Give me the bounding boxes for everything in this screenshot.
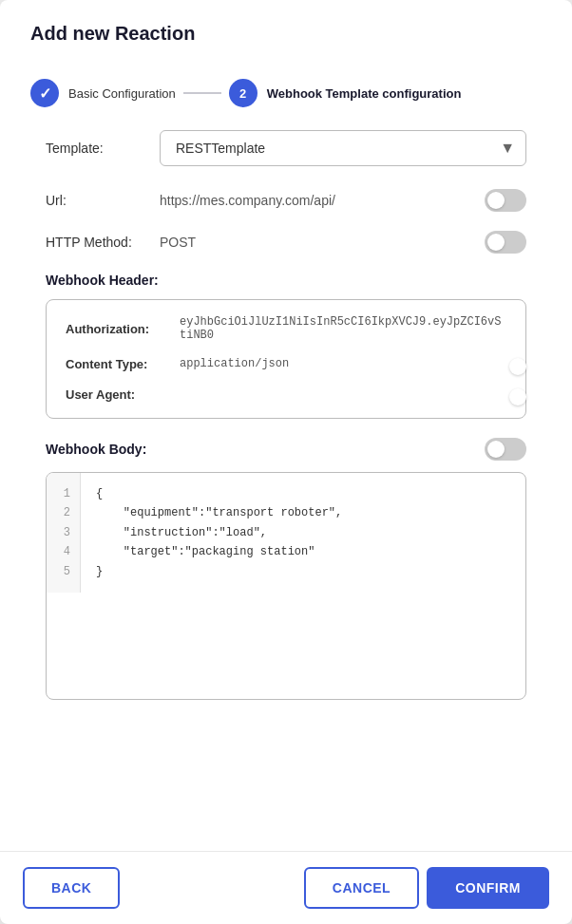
step-1: ✓ Basic Configuration: [30, 79, 176, 107]
line-num-1: 1: [56, 484, 70, 503]
template-row: Template: RESTTemplate ▼: [46, 130, 526, 166]
step-connector: [183, 92, 221, 94]
step-2-circle: 2: [229, 79, 257, 107]
dialog-body: Template: RESTTemplate ▼ Url: https://me…: [0, 130, 572, 851]
url-label: Url:: [46, 193, 160, 208]
back-button[interactable]: BACK: [23, 867, 120, 909]
cancel-button[interactable]: CANCEL: [304, 867, 419, 909]
dialog-title: Add new Reaction: [30, 23, 542, 45]
step-1-label: Basic Configuration: [68, 86, 176, 101]
dialog-header: Add new Reaction: [0, 0, 572, 60]
url-row: Url: https://mes.company.com/api/: [46, 189, 526, 212]
content-type-label: Content Type:: [66, 357, 180, 371]
authorization-label: Authorization:: [66, 322, 180, 336]
dialog-footer: BACK CANCEL CONFIRM: [0, 851, 572, 924]
confirm-button[interactable]: CONFIRM: [427, 867, 549, 909]
step-1-circle: ✓: [30, 79, 59, 107]
line-num-4: 4: [56, 542, 70, 561]
code-line-5: }: [96, 562, 510, 581]
line-num-2: 2: [56, 503, 70, 522]
step-2: 2 Webhook Template configuration: [229, 79, 462, 107]
template-select-wrapper: RESTTemplate ▼: [160, 130, 526, 166]
url-toggle[interactable]: [485, 189, 526, 212]
line-numbers: 1 2 3 4 5: [47, 473, 81, 593]
authorization-value: eyJhbGciOiJlUzI1NiIsInR5cCI6IkpXVCJ9.eyJ…: [180, 315, 506, 342]
authorization-row: Authorization: eyJhbGciOiJlUzI1NiIsInR5c…: [66, 315, 506, 342]
http-method-toggle[interactable]: [485, 231, 526, 254]
http-method-label: HTTP Method:: [46, 235, 160, 250]
url-toggle-slider: [485, 189, 526, 212]
line-num-5: 5: [56, 562, 70, 581]
webhook-header-box: Authorization: eyJhbGciOiJlUzI1NiIsInR5c…: [46, 299, 526, 419]
stepper: ✓ Basic Configuration 2 Webhook Template…: [0, 60, 572, 130]
step-2-number: 2: [239, 86, 246, 101]
http-method-toggle-slider: [485, 231, 526, 254]
http-method-row: HTTP Method: POST: [46, 231, 526, 254]
user-agent-label: User Agent:: [66, 387, 180, 402]
content-type-value: application/json: [180, 357, 506, 370]
template-select[interactable]: RESTTemplate: [160, 130, 526, 166]
template-label: Template:: [46, 141, 160, 156]
code-editor: 1 2 3 4 5 { "equipment":"transport robot…: [46, 472, 526, 700]
dialog: Add new Reaction ✓ Basic Configuration 2…: [0, 0, 572, 924]
footer-right: CANCEL CONFIRM: [304, 867, 549, 909]
webhook-body-row: Webhook Body:: [46, 438, 526, 461]
url-value: https://mes.company.com/api/: [160, 193, 485, 208]
user-agent-row: User Agent:: [66, 386, 506, 403]
code-line-1: {: [96, 484, 510, 503]
webhook-body-label: Webhook Body:: [46, 442, 485, 457]
content-type-row: Content Type: application/json: [66, 355, 506, 372]
webhook-body-toggle-slider: [485, 438, 526, 461]
code-editor-inner: 1 2 3 4 5 { "equipment":"transport robot…: [47, 473, 525, 593]
code-line-3: "instruction":"load",: [96, 523, 510, 542]
line-num-3: 3: [56, 523, 70, 542]
checkmark-icon: ✓: [39, 85, 51, 103]
webhook-body-toggle[interactable]: [485, 438, 526, 461]
step-2-label: Webhook Template configuration: [267, 86, 462, 101]
webhook-header-section-title: Webhook Header:: [46, 273, 526, 288]
code-content[interactable]: { "equipment":"transport roboter", "inst…: [81, 473, 525, 593]
http-method-value: POST: [160, 235, 485, 250]
code-line-4: "target":"packaging station": [96, 542, 510, 561]
code-line-2: "equipment":"transport roboter",: [96, 503, 510, 522]
